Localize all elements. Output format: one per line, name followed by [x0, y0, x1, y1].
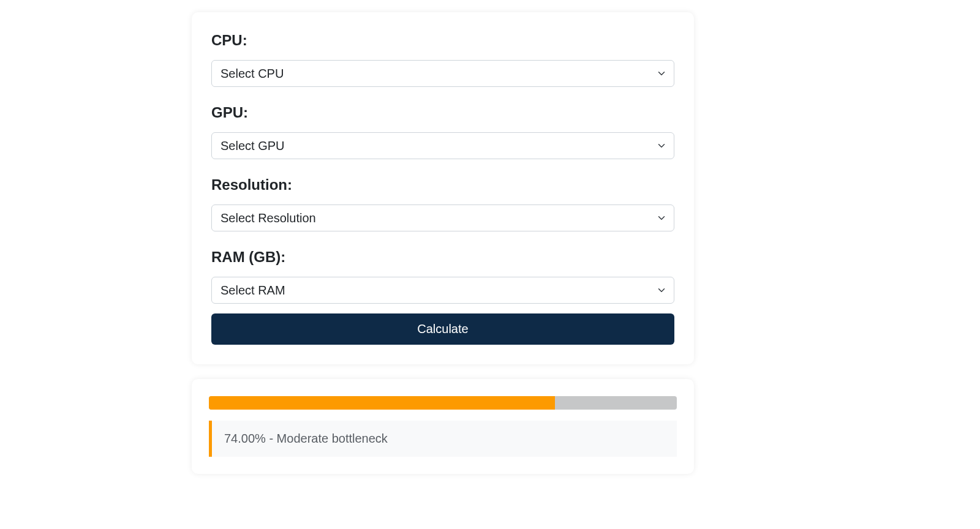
ram-select[interactable]: Select RAM — [211, 277, 674, 304]
ram-label: RAM (GB): — [211, 249, 674, 266]
bottleneck-alert: 74.00% - Moderate bottleneck — [209, 421, 677, 457]
gpu-group: GPU: Select GPU — [211, 104, 674, 171]
progress-bar — [209, 396, 555, 410]
cpu-select[interactable]: Select CPU — [211, 60, 674, 87]
result-card: 74.00% - Moderate bottleneck — [192, 379, 694, 474]
progress-track — [209, 396, 677, 410]
gpu-select[interactable]: Select GPU — [211, 132, 674, 159]
cpu-group: CPU: Select CPU — [211, 32, 674, 99]
resolution-label: Resolution: — [211, 176, 674, 193]
ram-group: RAM (GB): Select RAM — [211, 249, 674, 309]
calculator-form-card: CPU: Select CPU GPU: Select GPU Resoluti… — [192, 12, 694, 364]
cpu-label: CPU: — [211, 32, 674, 49]
resolution-group: Resolution: Select Resolution — [211, 176, 674, 244]
resolution-select[interactable]: Select Resolution — [211, 204, 674, 231]
gpu-label: GPU: — [211, 104, 674, 121]
calculate-button[interactable]: Calculate — [211, 313, 674, 345]
